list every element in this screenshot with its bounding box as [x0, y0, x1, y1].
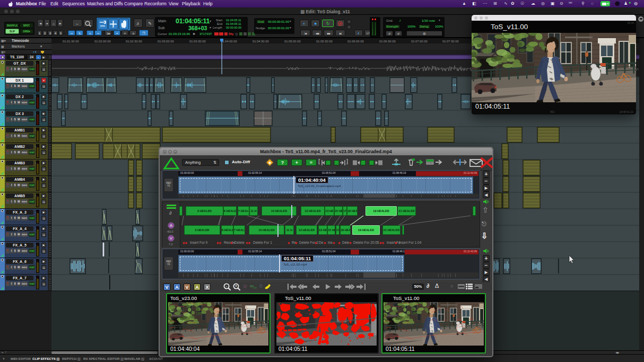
svg-text:01:03:00:00: 01:03:00:00 [158, 40, 174, 43]
svg-text:01:05:00:00: 01:05:00:00 [284, 40, 301, 43]
svg-text:01:06:30:00: 01:06:30:00 [379, 40, 396, 43]
svg-text:01:05:30:00: 01:05:30:00 [316, 40, 333, 43]
svg-text:01:01:30:00: 01:01:30:00 [63, 40, 79, 43]
svg-text:+: + [235, 284, 237, 288]
svg-text:01:07:30:00: 01:07:30:00 [442, 40, 459, 43]
svg-text:01:04:30:00: 01:04:30:00 [253, 40, 269, 43]
svg-text:-: - [226, 284, 228, 288]
svg-text:01:02:30:00: 01:02:30:00 [126, 40, 142, 43]
svg-text:01:06:00:00: 01:06:00:00 [347, 40, 364, 43]
svg-text:01:02:00:00: 01:02:00:00 [94, 40, 111, 43]
svg-text:01:03:30:00: 01:03:30:00 [189, 40, 206, 43]
svg-text:01:07:00:00: 01:07:00:00 [411, 40, 428, 43]
